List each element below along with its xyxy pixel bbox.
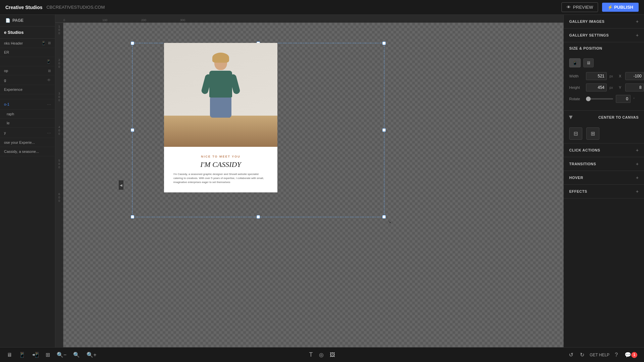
notification-badge: 1	[631, 352, 637, 358]
click-actions-title: CLICK ACTIONS	[569, 148, 600, 152]
undo-btn[interactable]: ↺	[568, 350, 575, 359]
section-gallery-images: GALLERY IMAGES +	[564, 15, 644, 28]
sidebar-item-2[interactable]: 📱	[0, 57, 55, 66]
sidebar-item-experience: Experience	[0, 85, 55, 94]
main-layout: 📄 PAGE e Studios nks Header 📱 🖥 ER 📱 op …	[0, 15, 644, 347]
click-actions-header[interactable]: CLICK ACTIONS +	[564, 143, 644, 157]
effects-expand-icon[interactable]: +	[636, 189, 639, 194]
mobile-view-btn[interactable]: 📲	[31, 350, 40, 359]
mobile-icon-2: 📱	[46, 59, 51, 64]
zoom-in-btn[interactable]: 🔍+	[85, 350, 98, 359]
gallery-settings-header[interactable]: GALLERY SETTINGS +	[564, 28, 644, 42]
width-unit: px	[609, 74, 613, 78]
center-canvas-chevron[interactable]: ▶	[569, 116, 574, 119]
dots-icon-2[interactable]: ···	[47, 130, 51, 135]
sidebar-item-o1[interactable]: o-1 ···	[0, 99, 55, 110]
gallery-settings-expand-icon[interactable]: +	[636, 33, 639, 38]
preview-button[interactable]: 👁 PREVIEW	[561, 2, 598, 12]
sidebar-item-choose[interactable]: ose your Experie...	[0, 138, 55, 147]
y-input[interactable]	[625, 83, 644, 92]
desktop-view-btn[interactable]: 🖥	[5, 351, 13, 359]
section-effects: EFFECTS +	[564, 185, 644, 198]
width-input[interactable]	[586, 72, 607, 80]
canvas-area: 0 100 200 300 100 200 300 400 500 600	[55, 15, 564, 347]
collapse-arrow[interactable]: ◀	[119, 180, 123, 190]
ruler-left-mark-1: 100	[58, 24, 60, 58]
desktop-device-btn[interactable]: 🖥	[583, 58, 594, 67]
sidebar-item-y[interactable]: y ···	[0, 128, 55, 138]
bottom-toolbar: 🖥 📱 📲 ⊞ 🔍− 🔍 🔍+ T ◎ 🖼 ↺ ↻ GET HELP ? 💬 1	[0, 347, 644, 362]
topbar: Creative Studios CBCREATIVESTUDIOS.COM 👁…	[0, 0, 644, 15]
zoom-out-btn[interactable]: 🔍−	[55, 350, 68, 359]
redo-btn[interactable]: ↻	[579, 350, 586, 359]
nice-to-meet-text: NICE TO MEET YOU	[173, 155, 268, 158]
text-tool-btn[interactable]: T	[308, 350, 314, 360]
right-panel: GALLERY IMAGES + GALLERY SETTINGS + SIZE…	[564, 15, 644, 347]
center-horizontal-btn[interactable]: ⊟	[569, 127, 582, 140]
ruler-left-mark-6: 600	[58, 192, 60, 225]
center-h-icon: ⊟	[574, 130, 578, 137]
transitions-expand-icon[interactable]: +	[636, 161, 639, 167]
page-text-area: NICE TO MEET YOU I'M CASSIDY I'm Cassidy…	[164, 147, 277, 192]
center-vertical-btn[interactable]: ⊞	[586, 127, 599, 140]
gallery-images-header[interactable]: GALLERY IMAGES +	[564, 15, 644, 28]
tablet-view-btn[interactable]: 📱	[17, 350, 27, 359]
ruler-left: 100 200 300 400 500 600	[55, 23, 63, 347]
dots-icon[interactable]: ···	[47, 102, 51, 107]
sidebar-item-op[interactable]: op 🖥	[0, 66, 55, 75]
element-tool-btn[interactable]: ◎	[318, 350, 325, 359]
sidebar-tab-page[interactable]: 📄 PAGE	[0, 15, 55, 26]
sidebar-item-g[interactable]: g 👁	[0, 75, 55, 85]
x-input[interactable]	[625, 72, 644, 80]
bottom-toolbar-center: T ◎ 🖼	[308, 350, 336, 360]
sidebar-item-er[interactable]: ER	[0, 48, 55, 57]
topbar-left: Creative Studios CBCREATIVESTUDIOS.COM	[5, 5, 105, 10]
gallery-images-title: GALLERY IMAGES	[569, 19, 604, 23]
sidebar-item-blank[interactable]	[0, 94, 55, 99]
brand-url: CBCREATIVESTUDIOS.COM	[46, 5, 105, 10]
ruler-left-mark-3: 300	[58, 91, 60, 125]
center-canvas-content: ⊟ ⊞	[564, 124, 644, 143]
size-position-content: 📱 🖥 Width px X px Height px Y	[564, 54, 644, 110]
width-label: Width	[569, 74, 583, 78]
image-tool-btn[interactable]: 🖼	[328, 351, 336, 359]
section-click-actions: CLICK ACTIONS +	[564, 143, 644, 157]
ruler-marks-top: 0 100 200 300	[63, 18, 219, 22]
effects-header[interactable]: EFFECTS +	[564, 185, 644, 198]
hover-expand-icon[interactable]: +	[636, 175, 639, 180]
left-sidebar: 📄 PAGE e Studios nks Header 📱 🖥 ER 📱 op …	[0, 15, 55, 347]
person-head	[214, 55, 227, 70]
sidebar-item-cassidy[interactable]: Cassidy, a seasone...	[0, 147, 55, 156]
sidebar-item-links-header[interactable]: nks Header 📱 🖥	[0, 39, 55, 48]
eye-icon: 👁	[567, 5, 571, 10]
person-body	[209, 71, 232, 98]
sidebar-item-graph[interactable]: raph	[0, 110, 55, 119]
zoom-reset-btn[interactable]: 🔍	[72, 350, 81, 359]
canvas-content[interactable]: ↘	[63, 23, 564, 347]
gallery-images-expand-icon[interactable]: +	[636, 19, 639, 24]
height-input[interactable]	[586, 83, 607, 92]
rotate-input[interactable]	[616, 95, 631, 103]
publish-button[interactable]: ⚡ PUBLISH	[602, 3, 639, 12]
sidebar-item-le[interactable]: le	[0, 119, 55, 128]
rotate-slider-thumb[interactable]	[586, 97, 591, 101]
section-center-canvas: ▶ CENTER TO CANVAS ⊟ ⊞	[564, 111, 644, 143]
transitions-title: TRANSITIONS	[569, 162, 596, 166]
ruler-mark-0: 0	[63, 18, 102, 22]
center-canvas-header[interactable]: ▶ CENTER TO CANVAS	[564, 111, 644, 124]
ruler-mark-200: 200	[141, 18, 180, 22]
click-actions-expand-icon[interactable]: +	[636, 147, 639, 153]
grid-btn[interactable]: ⊞	[44, 350, 51, 359]
transitions-header[interactable]: TRANSITIONS +	[564, 157, 644, 171]
mobile-icon: 📱	[41, 41, 46, 45]
chat-btn[interactable]: 💬 1	[623, 350, 639, 359]
get-help-text[interactable]: GET HELP	[590, 353, 609, 357]
size-position-title: SIZE & POSITION	[569, 46, 602, 50]
effects-title: EFFECTS	[569, 189, 587, 193]
center-canvas-title: CENTER TO CANVAS	[598, 115, 639, 119]
help-btn[interactable]: ?	[613, 351, 619, 359]
mobile-device-btn[interactable]: 📱	[569, 58, 581, 67]
size-position-header[interactable]: SIZE & POSITION	[564, 42, 644, 54]
hover-header[interactable]: HOVER +	[564, 171, 644, 184]
rotate-slider-track[interactable]	[586, 98, 613, 100]
